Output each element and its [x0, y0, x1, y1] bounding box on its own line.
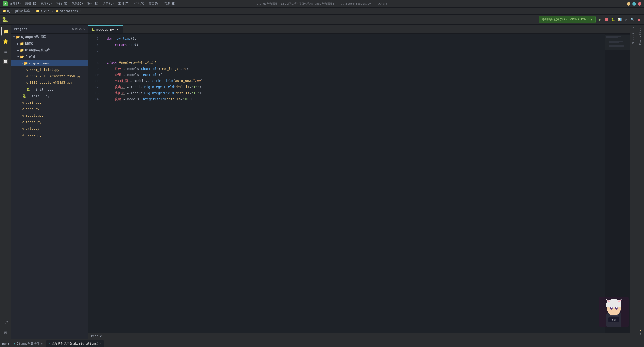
- breadcrumb-migrations[interactable]: migrations: [60, 9, 78, 13]
- code-line-8: class People ( models.Model ):: [107, 60, 605, 66]
- sidebar-settings-icon[interactable]: ⚙: [79, 27, 82, 31]
- tab-icon-django: ▶: [14, 342, 16, 345]
- line-num-blank: [88, 54, 99, 60]
- dropdown-arrow: ▾: [591, 18, 592, 21]
- sidebar-item-migrations[interactable]: ▼ 📂 migrations: [11, 60, 88, 66]
- menu-code[interactable]: 代码(C): [72, 2, 83, 6]
- menu-help[interactable]: 帮助(H): [164, 2, 176, 6]
- code-line-5: def new_time ():: [107, 36, 605, 42]
- sidebar-item-0003[interactable]: ⚙ 0003_people_修改日期.py: [11, 79, 88, 86]
- structure-icon[interactable]: ≡: [1, 47, 10, 56]
- run-button[interactable]: ▶: [598, 17, 602, 22]
- terminal-controls: ⋮ ─: [634, 342, 642, 346]
- activity-bar: 📁 ⭐ ≡ 🔲 ⎇ ⊡: [0, 25, 11, 339]
- tab-close-button[interactable]: ✕: [115, 28, 119, 32]
- sidebar-close-icon[interactable]: ✕: [83, 27, 85, 31]
- code-line-11: 当前时间 = models. DateTimeField ( auto_now …: [107, 78, 605, 84]
- menu-tools[interactable]: 工具(T): [118, 2, 130, 6]
- tab-icon-mm: ▶: [49, 342, 50, 345]
- coverage-button[interactable]: 📊: [617, 17, 622, 22]
- sidebar-item-field[interactable]: ▼ 📂 field: [11, 53, 88, 60]
- sidebar-item-urls[interactable]: ⚙ urls.py: [11, 125, 88, 132]
- sidebar-item-init-migrations[interactable]: 🐍 __init__.py: [11, 86, 88, 93]
- breadcrumb-project-icon: 📁: [3, 9, 6, 13]
- profile-button[interactable]: ⚡: [624, 17, 628, 22]
- tab-file-icon: 🐍: [91, 28, 95, 31]
- terminal-tab-makemigrations[interactable]: ▶ 添加映射记录(makemigrations) ✕: [46, 340, 104, 347]
- editor-area: 🐍 models.py ✕ 5 6 7 8 9 10 11 12 13 14: [88, 25, 630, 339]
- sidebar-item-admin[interactable]: ⚙ admin.py: [11, 99, 88, 106]
- terminal-area: Run: ▶ Django与数据库 ✕ ▶ 添加映射记录(makemigrati…: [0, 339, 644, 347]
- breadcrumb-project[interactable]: Django与数据库: [7, 9, 30, 13]
- sidebar-item-init-field[interactable]: 🐍 __init__.py: [11, 93, 88, 99]
- line-num-8: 8: [88, 60, 99, 66]
- folder-open-icon: 📂: [16, 35, 20, 39]
- favorites-icon[interactable]: ⭐: [1, 37, 10, 46]
- file-icon-init-m: 🐍: [26, 88, 30, 91]
- sidebar-item-dbms[interactable]: ▶ 📁 DBMS: [11, 40, 88, 47]
- menu-navigate[interactable]: 导航(N): [56, 2, 68, 6]
- line-num-6: 6: [88, 42, 99, 48]
- breadcrumb-migrations-icon: 📁: [55, 9, 59, 13]
- line-num-7: 7: [88, 48, 99, 54]
- terminal-minimize-icon[interactable]: ─: [640, 342, 642, 346]
- tab-close-mm[interactable]: ✕: [100, 342, 101, 345]
- git-icon[interactable]: ⎇: [1, 318, 10, 327]
- tab-label-mm: 添加映射记录(makemigrations): [52, 342, 99, 346]
- menu-window[interactable]: 窗口(W): [149, 2, 160, 6]
- project-label: Project: [14, 27, 27, 31]
- window-controls[interactable]: ─ □ ✕: [627, 2, 641, 6]
- breadcrumb-field[interactable]: field: [41, 9, 50, 13]
- terminal-icon[interactable]: ⊡: [1, 328, 10, 337]
- scopes-icon[interactable]: 🔲: [1, 57, 10, 66]
- line-num-14: 14: [88, 96, 99, 102]
- sidebar-item-tests[interactable]: ⚙ tests.py: [11, 119, 88, 125]
- terminal-more-icon[interactable]: ⋮: [634, 342, 638, 346]
- stop-button[interactable]: ⏹: [604, 17, 609, 22]
- line-num-9: 9: [88, 66, 99, 72]
- sidebar-item-django-project[interactable]: ▼ 📂 Django与数据库: [11, 34, 88, 40]
- project-view-icon[interactable]: 📁: [1, 27, 10, 36]
- menu-view[interactable]: 视图(V): [41, 2, 52, 6]
- minimize-button[interactable]: ─: [627, 2, 630, 6]
- sidebar-item-models[interactable]: ⚙ models.py: [11, 112, 88, 119]
- sidebar-item-django-db[interactable]: ▶ 📁 Django与数据库: [11, 47, 88, 53]
- file-icon-tests: ⚙: [22, 120, 24, 124]
- file-icon-models: ⚙: [22, 114, 24, 117]
- menu-refactor[interactable]: 重构(R): [87, 2, 99, 6]
- tab-models-py[interactable]: 🐍 models.py ✕: [88, 25, 123, 33]
- file-icon-0001: ⚙: [26, 68, 28, 72]
- sidebar-locate-icon[interactable]: ⊙: [72, 27, 74, 31]
- sidebar-item-0001[interactable]: ⚙ 0001_initial.py: [11, 66, 88, 73]
- debug-button[interactable]: 🐛: [611, 17, 615, 22]
- sidebar-item-views[interactable]: ⚙ views.py: [11, 132, 88, 138]
- arrow-right-icon: ▶: [17, 42, 19, 45]
- favorites-num: 2: [640, 333, 641, 336]
- menu-edit[interactable]: 编辑(E): [25, 2, 37, 6]
- line-num-5: 5: [88, 36, 99, 42]
- structure-label[interactable]: Structure: [632, 25, 635, 46]
- close-button[interactable]: ✕: [638, 2, 641, 6]
- menu-vcs[interactable]: VCS(S): [134, 2, 145, 6]
- favorites-label[interactable]: Favorites: [639, 26, 642, 47]
- window-title: Django与数据库 [I:\我的大学\项目代码\Django与数据库] – .…: [257, 2, 387, 6]
- sidebar-item-apps[interactable]: ⚙ apps.py: [11, 106, 88, 112]
- titlebar: J 文件(F) 编辑(E) 视图(V) 导航(N) 代码(C) 重构(R) 运行…: [0, 0, 644, 8]
- code-line-9: 角色 = models. CharField ( max_length = 20…: [107, 66, 605, 72]
- inspect-button[interactable]: 🔍: [630, 17, 635, 22]
- code-line-7: [107, 48, 605, 54]
- run-label: Run:: [2, 342, 9, 346]
- maximize-button[interactable]: □: [632, 2, 636, 6]
- terminal-tab-django[interactable]: ▶ Django与数据库 ✕: [11, 340, 45, 347]
- code-content[interactable]: def new_time (): return now (): [102, 34, 605, 333]
- tab-close-django[interactable]: ✕: [41, 342, 43, 345]
- makemigrations-button[interactable]: 添加映射记录(MAKEMIGRATIONS) ▾: [539, 16, 596, 23]
- menu-bar[interactable]: 文件(F) 编辑(E) 视图(V) 导航(N) 代码(C) 重构(R) 运行(U…: [10, 2, 176, 6]
- settings-button[interactable]: ■: [637, 17, 641, 22]
- file-breadcrumb: People: [88, 333, 630, 339]
- menu-run[interactable]: 运行(U): [103, 2, 114, 6]
- menu-file[interactable]: 文件(F): [10, 2, 21, 6]
- sidebar-collapse-icon[interactable]: ⊟: [75, 27, 78, 31]
- favorites-star-icon[interactable]: ★: [639, 328, 641, 332]
- sidebar-item-0002[interactable]: ⚙ 0002_auto_20200327_2358.py: [11, 73, 88, 79]
